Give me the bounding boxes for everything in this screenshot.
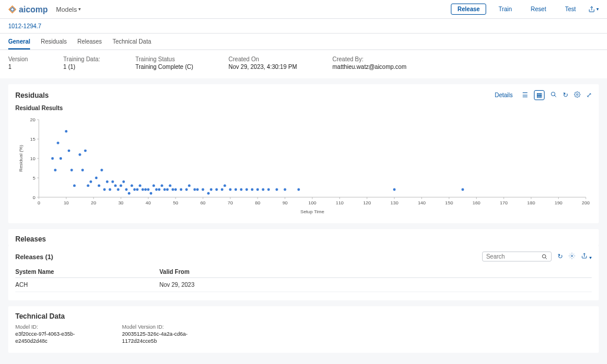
svg-point-128 [542, 254, 546, 258]
svg-point-86 [128, 192, 130, 194]
svg-point-101 [169, 184, 171, 187]
test-button[interactable]: Test [559, 4, 582, 15]
info-created-by-label: Created By: [332, 56, 407, 62]
svg-point-105 [185, 188, 187, 191]
releases-section-title: Releases [15, 235, 592, 243]
svg-text:0: 0 [32, 195, 35, 200]
zoom-icon[interactable] [550, 91, 557, 99]
svg-point-66 [68, 150, 70, 152]
svg-point-69 [78, 153, 81, 155]
releases-search[interactable] [482, 252, 552, 262]
svg-point-125 [298, 188, 300, 191]
svg-point-78 [106, 180, 108, 183]
svg-point-93 [147, 188, 149, 191]
table-row[interactable]: ACH Nov 29, 2023 [15, 278, 592, 292]
info-version-label: Version [8, 56, 28, 62]
svg-point-114 [223, 184, 226, 187]
svg-point-71 [84, 150, 87, 152]
svg-point-77 [103, 188, 105, 191]
svg-text:Residual (%): Residual (%) [18, 145, 24, 172]
share-icon[interactable]: ▾ [588, 6, 599, 13]
svg-point-2 [551, 92, 555, 95]
svg-marker-1 [11, 7, 15, 11]
svg-point-110 [207, 192, 209, 194]
svg-text:200: 200 [582, 200, 590, 206]
svg-point-72 [87, 184, 89, 187]
svg-point-75 [98, 184, 100, 187]
tech-version-id: Model Version ID: 20035125-326c-4a2a-cd6… [122, 324, 187, 345]
col-system[interactable]: System Name [15, 266, 160, 278]
cell-valid: Nov 29, 2023 [160, 278, 592, 292]
nav-models-label: Models [56, 6, 77, 13]
svg-text:140: 140 [418, 200, 426, 206]
breadcrumb-bar: 1012-1294.7 [0, 19, 607, 34]
svg-point-94 [150, 192, 152, 194]
tech-model-id-value-1: e3f20cce-97f-4063-e35b- [15, 331, 75, 338]
search-icon [542, 254, 547, 260]
svg-point-62 [54, 169, 57, 171]
top-actions: Release Train Reset Test ▾ [451, 4, 599, 15]
breadcrumb[interactable]: 1012-1294.7 [8, 23, 41, 29]
train-button[interactable]: Train [492, 4, 518, 15]
svg-text:160: 160 [473, 200, 481, 206]
svg-text:190: 190 [555, 200, 563, 206]
refresh-icon[interactable]: ↻ [563, 91, 568, 99]
svg-point-119 [251, 188, 253, 191]
svg-text:10: 10 [64, 200, 69, 206]
gear-icon[interactable] [574, 91, 580, 99]
info-status: Training Status Training Complete (C) [136, 56, 193, 70]
chevron-down-icon: ▾ [78, 6, 81, 12]
reset-button[interactable]: Reset [524, 4, 553, 15]
svg-text:130: 130 [391, 200, 399, 206]
residuals-tools: Details ☰ ▦ ↻ ⤢ [494, 90, 592, 100]
general-info: Version 1 Training Data: 1 (1) Training … [0, 50, 607, 78]
tab-releases[interactable]: Releases [77, 38, 102, 49]
svg-point-90 [138, 184, 141, 187]
tech-version-id-value-2: 1172d24cce5b [122, 338, 187, 345]
tab-residuals[interactable]: Residuals [41, 38, 67, 49]
search-input[interactable] [486, 253, 539, 260]
expand-icon[interactable]: ⤢ [586, 91, 592, 99]
technical-panel: Technical Data Model ID: e3f20cce-97f-40… [8, 306, 599, 353]
svg-point-64 [60, 157, 62, 160]
releases-refresh-icon[interactable]: ↻ [557, 253, 563, 260]
logo[interactable]: aicomp [8, 5, 48, 14]
tab-general[interactable]: General [8, 38, 30, 49]
tech-model-id: Model ID: e3f20cce-97f-4063-e35b- e2450d… [15, 324, 75, 345]
releases-section: Releases [8, 229, 599, 246]
details-link[interactable]: Details [494, 92, 513, 98]
svg-text:150: 150 [445, 200, 453, 206]
svg-point-121 [262, 188, 264, 191]
svg-point-123 [275, 188, 278, 191]
svg-text:40: 40 [146, 200, 151, 206]
topbar: aicomp Models ▾ Release Train Reset Test… [0, 0, 607, 19]
svg-point-82 [117, 188, 119, 191]
svg-text:60: 60 [200, 200, 206, 206]
svg-point-130 [571, 255, 573, 257]
tab-technical[interactable]: Technical Data [113, 38, 151, 49]
residuals-panel: Residuals Details ☰ ▦ ↻ ⤢ Residual Resul… [8, 84, 599, 223]
col-valid[interactable]: Valid From [160, 266, 592, 278]
svg-point-95 [153, 184, 155, 187]
svg-point-76 [100, 169, 103, 171]
svg-point-96 [155, 188, 157, 191]
scatter-chart: 0510152001020304050607080901001101201301… [15, 115, 592, 215]
svg-point-70 [81, 169, 84, 171]
svg-text:0: 0 [38, 200, 41, 206]
svg-point-100 [166, 188, 169, 191]
svg-point-83 [120, 184, 122, 187]
svg-text:20: 20 [30, 117, 35, 123]
svg-text:20: 20 [91, 200, 96, 206]
release-button[interactable]: Release [451, 4, 486, 15]
info-status-label: Training Status [136, 56, 193, 62]
nav-models[interactable]: Models ▾ [56, 6, 81, 13]
svg-point-63 [57, 141, 59, 144]
card-view-icon[interactable]: ▦ [534, 90, 545, 100]
info-created-by: Created By: matthieu.watz@aicomp.com [332, 56, 407, 70]
svg-point-115 [229, 188, 232, 191]
svg-point-124 [283, 188, 286, 191]
svg-text:15: 15 [30, 137, 35, 142]
releases-gear-icon[interactable] [569, 253, 575, 260]
list-view-icon[interactable]: ☰ [522, 91, 528, 99]
releases-export-icon[interactable]: ▾ [581, 253, 592, 260]
